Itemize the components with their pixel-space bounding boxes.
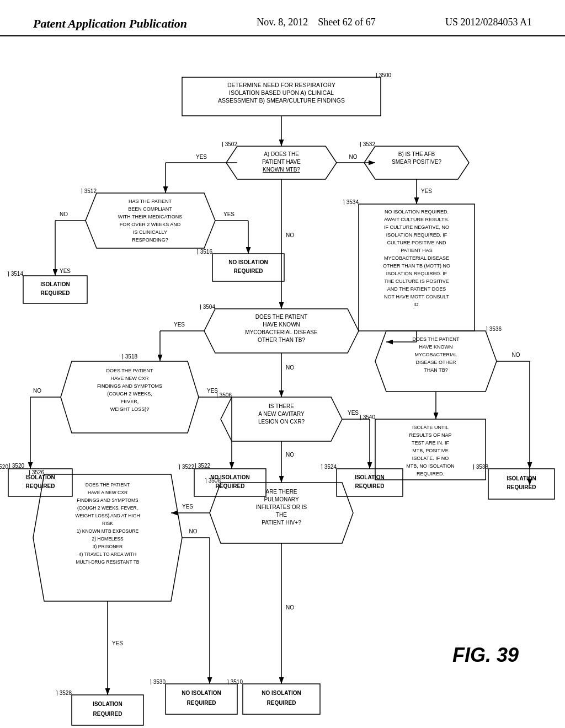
svg-text:DOES THE PATIENT: DOES THE PATIENT	[255, 314, 307, 320]
svg-text:MTB, POSITIVE: MTB, POSITIVE	[412, 448, 449, 453]
svg-text:ISOLATION: ISOLATION	[93, 701, 122, 707]
svg-text:HAS THE PATIENT: HAS THE PATIENT	[129, 199, 172, 204]
svg-text:YES: YES	[348, 410, 359, 416]
svg-text:MTB, NO ISOLATION: MTB, NO ISOLATION	[406, 463, 454, 469]
publication-date-sheet: Nov. 8, 2012 Sheet 62 of 67	[257, 17, 375, 28]
svg-text:NO: NO	[33, 388, 41, 394]
svg-text:KNOWN MTB?: KNOWN MTB?	[263, 167, 300, 173]
svg-text:HAVE KNOWN: HAVE KNOWN	[263, 322, 300, 328]
svg-text:FEVER,: FEVER,	[121, 399, 139, 404]
svg-text:B) IS THE AFB: B) IS THE AFB	[398, 151, 435, 157]
svg-text:RESULTS OF NAP: RESULTS OF NAP	[409, 432, 452, 438]
svg-text:FOR OVER 2 WEEKS AND: FOR OVER 2 WEEKS AND	[120, 222, 181, 227]
publication-date: Nov. 8, 2012	[257, 17, 308, 28]
svg-text:THE: THE	[276, 512, 287, 518]
svg-text:NO: NO	[60, 211, 68, 217]
svg-text:THAN TB?: THAN TB?	[424, 367, 447, 373]
svg-text:NO: NO	[189, 528, 198, 534]
svg-text:⌉ 3526: ⌉ 3526	[28, 469, 44, 475]
svg-text:YES: YES	[196, 154, 207, 160]
svg-text:WEIGHT LOSS) AND AT HIGH: WEIGHT LOSS) AND AT HIGH	[75, 513, 140, 518]
svg-text:⌉ 3522: ⌉ 3522	[194, 463, 210, 469]
svg-text:⌉ 3516: ⌉ 3516	[196, 249, 212, 255]
svg-text:THE CULTURE IS POSITIVE: THE CULTURE IS POSITIVE	[384, 279, 449, 284]
svg-text:⌉ 3522: ⌉ 3522	[178, 464, 194, 470]
svg-text:ID.: ID.	[413, 302, 420, 307]
svg-text:DETERMINE NEED FOR RESPIRATORY: DETERMINE NEED FOR RESPIRATORY	[227, 82, 335, 88]
svg-text:ISOLATION REQUIRED. IF: ISOLATION REQUIRED. IF	[386, 271, 447, 276]
svg-text:NO ISOLATION: NO ISOLATION	[262, 690, 301, 696]
patent-number: US 2012/0284053 A1	[445, 17, 532, 28]
svg-text:NO: NO	[286, 604, 294, 611]
svg-text:DISEASE OTHER: DISEASE OTHER	[415, 360, 456, 365]
svg-text:NO: NO	[286, 232, 294, 238]
svg-text:RESPONDING?: RESPONDING?	[132, 237, 168, 243]
svg-text:⌉ 3524: ⌉ 3524	[321, 464, 337, 470]
svg-text:⌉ 3508: ⌉ 3508	[205, 478, 221, 484]
svg-text:LESION ON CXR?: LESION ON CXR?	[258, 419, 305, 425]
svg-rect-52	[23, 276, 87, 303]
svg-text:NO ISOLATION: NO ISOLATION	[182, 690, 221, 696]
svg-text:⌉ 3500: ⌉ 3500	[375, 72, 391, 78]
svg-text:MULTI-DRUG RESISTANT TB: MULTI-DRUG RESISTANT TB	[76, 559, 139, 565]
svg-text:PATIENT HAS: PATIENT HAS	[401, 248, 433, 253]
sheet-number: Sheet 62 of 67	[318, 17, 375, 28]
svg-text:NO: NO	[286, 452, 294, 458]
svg-text:REQUIRED: REQUIRED	[41, 290, 70, 296]
svg-text:⌉ 3538: ⌉ 3538	[472, 464, 488, 470]
svg-text:CULTURE POSITIVE AND: CULTURE POSITIVE AND	[387, 240, 446, 245]
publication-title: Patent Application Publication	[33, 17, 187, 31]
svg-text:3) PRISONER: 3) PRISONER	[93, 544, 122, 549]
svg-text:PATIENT HIV+?: PATIENT HIV+?	[262, 520, 301, 526]
svg-text:NOT HAVE MOTT CONSULT: NOT HAVE MOTT CONSULT	[384, 294, 449, 299]
svg-text:IF CULTURE NEGATIVE, NO: IF CULTURE NEGATIVE, NO	[384, 224, 449, 230]
svg-text:REQUIRED: REQUIRED	[355, 483, 385, 489]
svg-text:PATIENT HAVE: PATIENT HAVE	[262, 159, 301, 165]
svg-text:(COUGH 2 WEEKS, FEVER,: (COUGH 2 WEEKS, FEVER,	[77, 505, 138, 511]
svg-text:ISOLATION: ISOLATION	[40, 281, 70, 287]
svg-text:⌉ 3518: ⌉ 3518	[121, 354, 137, 360]
svg-text:(COUGH 2 WEEKS,: (COUGH 2 WEEKS,	[107, 391, 152, 397]
svg-text:ISOLATION REQUIRED. IF: ISOLATION REQUIRED. IF	[386, 232, 447, 238]
svg-rect-106	[337, 469, 403, 496]
svg-text:NO ISOLATION REQUIRED.: NO ISOLATION REQUIRED.	[385, 209, 449, 215]
svg-rect-57	[212, 254, 284, 281]
svg-text:FIG. 39: FIG. 39	[452, 644, 519, 666]
svg-text:YES: YES	[421, 188, 432, 194]
svg-text:REQUIRED: REQUIRED	[267, 700, 296, 706]
svg-text:⌉ 3514: ⌉ 3514	[7, 271, 23, 277]
diagram-area: DETERMINE NEED FOR RESPIRATORY ISOLATION…	[0, 66, 565, 728]
svg-text:AND THE PATIENT DOES: AND THE PATIENT DOES	[387, 286, 446, 292]
svg-text:ASSESSMENT B) SMEAR/CULTURE FI: ASSESSMENT B) SMEAR/CULTURE FINDINGS	[218, 97, 345, 104]
svg-text:⌉ 3540: ⌉ 3540	[359, 414, 375, 420]
svg-text:YES: YES	[112, 640, 123, 646]
svg-text:ISOLATE UNTIL: ISOLATE UNTIL	[412, 425, 449, 430]
svg-rect-152	[166, 684, 237, 714]
svg-text:⌉ 3520: ⌉ 3520	[0, 464, 8, 470]
svg-text:MYCOBACTERIAL: MYCOBACTERIAL	[414, 352, 457, 357]
svg-text:YES: YES	[174, 322, 185, 328]
svg-text:MYCOBACTERIAL DISEASE: MYCOBACTERIAL DISEASE	[245, 329, 318, 335]
svg-text:REQUIRED: REQUIRED	[507, 484, 536, 490]
svg-text:DOES THE PATIENT: DOES THE PATIENT	[412, 336, 460, 342]
svg-text:YES: YES	[182, 504, 193, 510]
svg-text:⌉ 3532: ⌉ 3532	[359, 141, 375, 147]
flowchart-svg: DETERMINE NEED FOR RESPIRATORY ISOLATION…	[0, 66, 565, 728]
svg-text:INFILTRATES OR IS: INFILTRATES OR IS	[256, 504, 307, 510]
svg-text:OTHER THAN TB?: OTHER THAN TB?	[258, 337, 305, 343]
svg-text:REQUIRED: REQUIRED	[93, 711, 122, 717]
svg-text:HAVE NEW CXR: HAVE NEW CXR	[111, 376, 149, 381]
svg-text:⌉ 3534: ⌉ 3534	[343, 199, 359, 205]
svg-text:FINDINGS AND SYMPTOMS: FINDINGS AND SYMPTOMS	[97, 383, 162, 389]
svg-text:RISK: RISK	[102, 521, 113, 526]
svg-text:OTHER THAN TB (MOTT) NO: OTHER THAN TB (MOTT) NO	[383, 263, 450, 269]
svg-text:⌉ 3502: ⌉ 3502	[221, 141, 237, 147]
svg-text:DOES THE PATIENT: DOES THE PATIENT	[86, 482, 130, 488]
svg-text:2) HOMELESS: 2) HOMELESS	[92, 536, 123, 542]
svg-text:⌉ 3512: ⌉ 3512	[81, 188, 97, 194]
svg-rect-138	[243, 684, 320, 714]
svg-rect-148	[72, 695, 143, 725]
svg-text:IS THERE: IS THERE	[269, 403, 294, 409]
svg-text:ISOLATION BASED UPON A) CLINIC: ISOLATION BASED UPON A) CLINICAL	[229, 89, 334, 96]
svg-text:YES: YES	[60, 268, 71, 274]
